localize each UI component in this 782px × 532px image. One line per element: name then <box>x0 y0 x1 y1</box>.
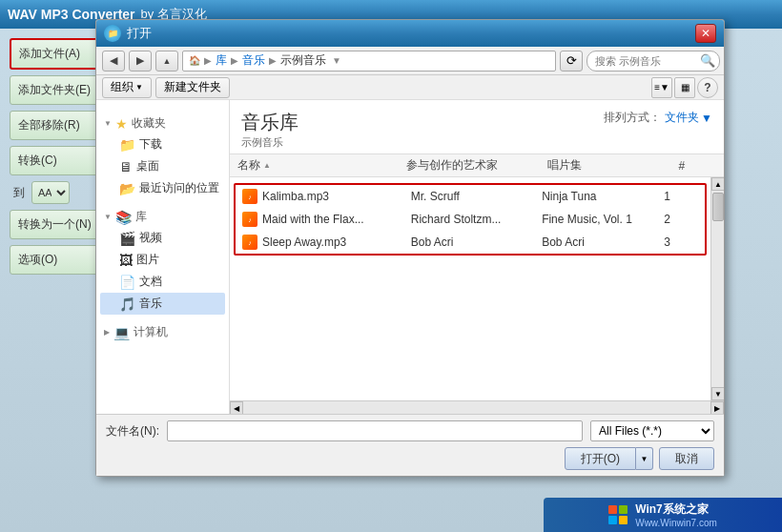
dialog-bottom: 文件名(N): All Files (*.*) 打开(O) ▼ 取消 <box>96 414 724 476</box>
remove-all-button[interactable]: 全部移除(R) <box>10 111 100 140</box>
add-file-button[interactable]: 添加文件(A) <box>10 38 100 70</box>
flag-q2 <box>619 505 628 514</box>
file-artist-0: Mr. Scruff <box>411 190 542 203</box>
refresh-button[interactable]: ⟳ <box>560 51 583 72</box>
image-icon: 🖼 <box>119 253 133 268</box>
filename-input[interactable] <box>167 420 583 441</box>
filetype-select[interactable]: All Files (*.*) <box>590 420 714 441</box>
dialog-close-button[interactable]: ✕ <box>695 24 716 43</box>
list-item[interactable]: ♪ Maid with the Flax... Richard Stoltzm.… <box>236 208 705 231</box>
col-album-header[interactable]: 唱片集 <box>547 157 679 174</box>
scroll-down-button[interactable]: ▼ <box>711 387 724 400</box>
tree-item-download[interactable]: 📁 下载 <box>100 133 225 155</box>
favorites-header[interactable]: ▼ ★ 收藏夹 <box>100 113 225 133</box>
breadcrumb-icon: 🏠 <box>189 55 200 66</box>
video-icon: 🎬 <box>119 231 135 246</box>
filename-label: 文件名(N): <box>106 423 159 440</box>
format-select[interactable]: AAC <box>31 181 70 204</box>
sidebar: 添加文件(A) 添加文件夹(E) 全部移除(R) 转换(C) 到 AAC 转换为… <box>10 38 100 275</box>
tree-item-doc[interactable]: 📄 文档 <box>100 271 225 293</box>
search-button[interactable]: 🔍 <box>697 51 718 71</box>
sort-control: 排列方式： 文件夹 ▼ <box>604 110 712 126</box>
add-folder-button[interactable]: 添加文件夹(E) <box>10 75 100 105</box>
tree-item-image[interactable]: 🖼 图片 <box>100 249 225 271</box>
computer-icon: 💻 <box>113 325 130 340</box>
desktop-label: 桌面 <box>136 158 159 174</box>
sort-label: 排列方式： <box>604 110 661 126</box>
doc-label: 文档 <box>139 274 162 290</box>
breadcrumb: 🏠 ▶ 库 ▶ 音乐 ▶ 示例音乐 ▼ <box>182 51 556 72</box>
col-name-header[interactable]: 名称 ▲ <box>237 157 406 174</box>
list-item[interactable]: ♪ Sleep Away.mp3 Bob Acri Bob Acri 3 <box>236 231 705 254</box>
to-label: 到 <box>10 183 29 203</box>
list-item[interactable]: ♪ Kalimba.mp3 Mr. Scruff Ninja Tuna 1 <box>236 185 705 208</box>
col-artist-header[interactable]: 参与创作的艺术家 <box>406 157 547 174</box>
tree-item-recent[interactable]: 📂 最近访问的位置 <box>100 177 225 199</box>
branding-text: Win7系统之家 Www.Winwin7.com <box>635 501 717 528</box>
computer-header[interactable]: ▶ 💻 计算机 <box>100 322 225 342</box>
flag-q1 <box>608 505 617 514</box>
image-label: 图片 <box>136 252 159 268</box>
options-button[interactable]: 选项(O) <box>10 245 100 275</box>
file-album-0: Ninja Tuna <box>542 190 664 203</box>
library-arrow: ▼ <box>104 213 112 221</box>
help-button[interactable]: ? <box>697 77 718 98</box>
download-label: 下载 <box>139 136 162 153</box>
tree-item-music[interactable]: 🎵 音乐 <box>100 293 225 315</box>
flag-q4 <box>619 516 628 524</box>
breadcrumb-music[interactable]: 音乐 <box>242 52 265 69</box>
up-button[interactable]: ▲ <box>155 51 178 72</box>
win7-logo <box>608 505 628 524</box>
new-folder-button[interactable]: 新建文件夹 <box>155 77 230 98</box>
favorites-star-icon: ★ <box>115 116 128 132</box>
cancel-button[interactable]: 取消 <box>659 447 714 470</box>
back-button[interactable]: ◀ <box>102 51 125 72</box>
col-num-header[interactable]: # <box>679 159 716 173</box>
horizontal-scrollbar[interactable]: ◀ ▶ <box>230 400 724 414</box>
open-dropdown-button[interactable]: ▼ <box>636 447 653 470</box>
scroll-thumb[interactable] <box>712 193 724 221</box>
breadcrumb-library[interactable]: 库 <box>216 52 227 69</box>
tree-item-video[interactable]: 🎬 视频 <box>100 227 225 249</box>
library-header: 音乐库 示例音乐 排列方式： 文件夹 ▼ <box>230 100 724 153</box>
scroll-right-button[interactable]: ▶ <box>710 401 724 414</box>
scroll-left-button[interactable]: ◀ <box>230 401 243 414</box>
scroll-h-track[interactable] <box>243 401 710 414</box>
recent-label: 最近访问的位置 <box>139 180 219 196</box>
library-info: 音乐库 示例音乐 <box>241 110 298 150</box>
convert-button[interactable]: 转换(C) <box>10 146 100 175</box>
tree-item-desktop[interactable]: 🖥 桌面 <box>100 155 225 177</box>
computer-label: 计算机 <box>134 324 168 340</box>
view-controls: ≡▼ ▦ ? <box>651 77 718 98</box>
scroll-container: ♪ Kalimba.mp3 Mr. Scruff Ninja Tuna 1 ♪ <box>230 177 724 400</box>
view-toggle-button[interactable]: ≡▼ <box>651 77 672 98</box>
mp3-file-icon: ♪ <box>241 212 258 227</box>
open-button[interactable]: 打开(O) <box>565 447 636 470</box>
computer-arrow: ▶ <box>104 328 110 337</box>
win7-flag-icon <box>608 505 628 524</box>
sort-arrow: ▼ <box>701 112 712 125</box>
library-header[interactable]: ▼ 📚 库 <box>100 207 225 227</box>
dialog-title-text: 打开 <box>127 25 695 42</box>
mp3-file-icon: ♪ <box>241 235 258 250</box>
sort-button[interactable]: 文件夹 ▼ <box>665 110 712 126</box>
col-album-label: 唱片集 <box>547 158 582 172</box>
scroll-track[interactable] <box>711 191 724 387</box>
file-items-group: ♪ Kalimba.mp3 Mr. Scruff Ninja Tuna 1 ♪ <box>234 183 707 256</box>
preview-button[interactable]: ▦ <box>674 77 695 98</box>
forward-button[interactable]: ▶ <box>129 51 152 72</box>
file-num-2: 3 <box>664 235 699 249</box>
nav-tree: ▼ ★ 收藏夹 📁 下载 🖥 桌面 📂 最近访问的位置 <box>96 100 230 414</box>
open-button-group: 打开(O) ▼ <box>565 447 653 470</box>
recent-icon: 📂 <box>119 181 135 196</box>
breadcrumb-dropdown[interactable]: ▼ <box>332 55 341 66</box>
vertical-scrollbar[interactable]: ▲ ▼ <box>710 177 724 400</box>
file-num-1: 2 <box>664 213 699 226</box>
organize-button[interactable]: 组织 ▼ <box>102 77 152 98</box>
music-icon: 🎵 <box>119 297 135 312</box>
favorites-section: ▼ ★ 收藏夹 📁 下载 🖥 桌面 📂 最近访问的位置 <box>100 113 225 199</box>
convert-to-one-button[interactable]: 转换为一个(N) <box>10 210 100 239</box>
filename-row: 文件名(N): All Files (*.*) <box>106 420 714 441</box>
scroll-up-button[interactable]: ▲ <box>711 177 724 191</box>
branding-url: Www.Winwin7.com <box>635 518 717 528</box>
